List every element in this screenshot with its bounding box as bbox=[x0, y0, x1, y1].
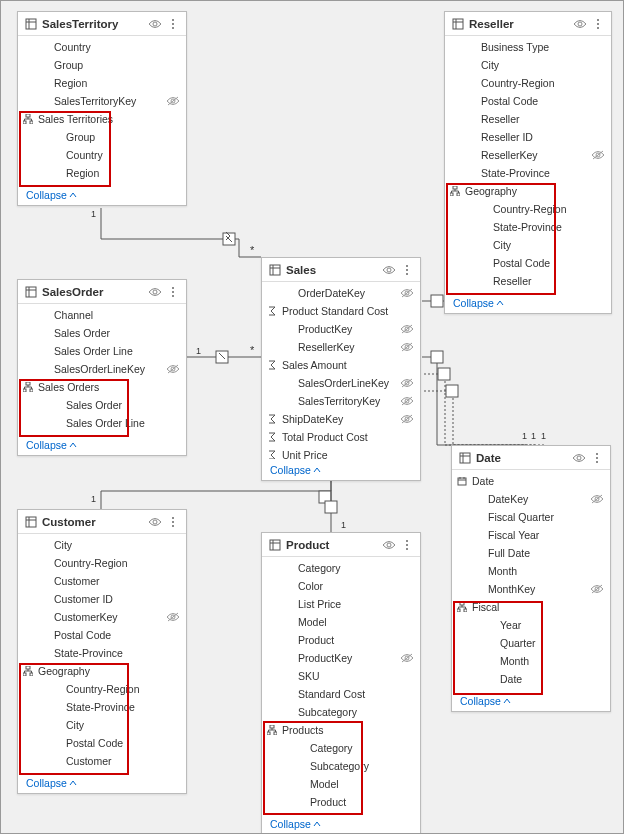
field-row[interactable]: Full Date bbox=[452, 544, 610, 562]
field-row[interactable]: Sales Amount bbox=[262, 356, 420, 374]
field-row[interactable]: Sales Order bbox=[18, 396, 186, 414]
eye-icon[interactable] bbox=[572, 451, 586, 465]
more-icon[interactable] bbox=[166, 285, 180, 299]
table-header[interactable]: Sales bbox=[262, 258, 420, 282]
table-header[interactable]: SalesTerritory bbox=[18, 12, 186, 36]
field-row[interactable]: Model bbox=[262, 613, 420, 631]
field-row[interactable]: Geography bbox=[18, 662, 186, 680]
field-row[interactable]: State-Province bbox=[445, 164, 611, 182]
field-row[interactable]: Standard Cost bbox=[262, 685, 420, 703]
field-row[interactable]: Geography bbox=[445, 182, 611, 200]
field-row[interactable]: Unit Price bbox=[262, 446, 420, 459]
field-row[interactable]: Region bbox=[18, 74, 186, 92]
field-row[interactable]: Quarter bbox=[452, 634, 610, 652]
collapse-link[interactable]: Collapse bbox=[445, 292, 611, 313]
field-row[interactable]: Product bbox=[262, 631, 420, 649]
field-row[interactable]: DateKey bbox=[452, 490, 610, 508]
field-row[interactable]: MonthKey bbox=[452, 580, 610, 598]
table-customer[interactable]: Customer CityCountry-RegionCustomerCusto… bbox=[17, 509, 187, 794]
field-row[interactable]: Region bbox=[18, 164, 186, 182]
field-row[interactable]: SalesTerritoryKey bbox=[262, 392, 420, 410]
field-row[interactable]: Postal Code bbox=[445, 254, 611, 272]
field-row[interactable]: SalesOrderLineKey bbox=[18, 360, 186, 378]
table-header[interactable]: Date bbox=[452, 446, 610, 470]
field-row[interactable]: Date bbox=[452, 670, 610, 688]
field-row[interactable]: Postal Code bbox=[18, 734, 186, 752]
collapse-link[interactable]: Collapse bbox=[262, 459, 420, 480]
more-icon[interactable] bbox=[400, 263, 414, 277]
field-row[interactable]: Category bbox=[262, 739, 420, 757]
table-header[interactable]: SalesOrder bbox=[18, 280, 186, 304]
table-reseller[interactable]: Reseller Business TypeCityCountry-Region… bbox=[444, 11, 612, 314]
collapse-link[interactable]: Collapse bbox=[18, 434, 186, 455]
eye-icon[interactable] bbox=[148, 515, 162, 529]
field-row[interactable]: Fiscal Year bbox=[452, 526, 610, 544]
field-row[interactable]: State-Province bbox=[18, 698, 186, 716]
field-row[interactable]: ShipDateKey bbox=[262, 410, 420, 428]
field-row[interactable]: City bbox=[445, 236, 611, 254]
field-row[interactable]: Date bbox=[452, 472, 610, 490]
field-row[interactable]: Group bbox=[18, 56, 186, 74]
more-icon[interactable] bbox=[591, 17, 605, 31]
field-row[interactable]: SKU bbox=[262, 667, 420, 685]
field-row[interactable]: Reseller bbox=[445, 272, 611, 290]
field-row[interactable]: Reseller bbox=[445, 110, 611, 128]
table-date[interactable]: Date DateDateKeyFiscal QuarterFiscal Yea… bbox=[451, 445, 611, 712]
field-row[interactable]: Country bbox=[18, 38, 186, 56]
field-row[interactable]: Customer bbox=[18, 752, 186, 770]
field-row[interactable]: Business Type bbox=[445, 38, 611, 56]
field-row[interactable]: SalesTerritoryKey bbox=[18, 92, 186, 110]
table-product[interactable]: Product CategoryColorList PriceModelProd… bbox=[261, 532, 421, 834]
table-sales-order[interactable]: SalesOrder ChannelSales OrderSales Order… bbox=[17, 279, 187, 456]
field-row[interactable]: Customer bbox=[18, 572, 186, 590]
field-row[interactable]: ResellerKey bbox=[262, 338, 420, 356]
field-row[interactable]: State-Province bbox=[445, 218, 611, 236]
eye-icon[interactable] bbox=[382, 263, 396, 277]
table-sales[interactable]: Sales OrderDateKeyProduct Standard CostP… bbox=[261, 257, 421, 481]
table-header[interactable]: Reseller bbox=[445, 12, 611, 36]
field-row[interactable]: SalesOrderLineKey bbox=[262, 374, 420, 392]
field-row[interactable]: Product Standard Cost bbox=[262, 302, 420, 320]
field-row[interactable]: Total Product Cost bbox=[262, 428, 420, 446]
field-row[interactable]: City bbox=[18, 716, 186, 734]
field-row[interactable]: Channel bbox=[18, 306, 186, 324]
collapse-link[interactable]: Collapse bbox=[18, 772, 186, 793]
collapse-link[interactable]: Collapse bbox=[18, 184, 186, 205]
field-row[interactable]: Sales Orders bbox=[18, 378, 186, 396]
field-row[interactable]: Model bbox=[262, 775, 420, 793]
field-row[interactable]: Fiscal bbox=[452, 598, 610, 616]
field-row[interactable]: CustomerKey bbox=[18, 608, 186, 626]
field-row[interactable]: Product bbox=[262, 793, 420, 811]
field-row[interactable]: State-Province bbox=[18, 644, 186, 662]
field-row[interactable]: Country-Region bbox=[18, 680, 186, 698]
field-row[interactable]: Country-Region bbox=[18, 554, 186, 572]
eye-icon[interactable] bbox=[148, 17, 162, 31]
field-row[interactable]: Subcategory bbox=[262, 757, 420, 775]
eye-icon[interactable] bbox=[148, 285, 162, 299]
field-row[interactable]: ProductKey bbox=[262, 320, 420, 338]
field-row[interactable]: Products bbox=[262, 721, 420, 739]
field-row[interactable]: Country-Region bbox=[445, 74, 611, 92]
field-row[interactable]: Country bbox=[18, 146, 186, 164]
field-row[interactable]: ProductKey bbox=[262, 649, 420, 667]
more-icon[interactable] bbox=[590, 451, 604, 465]
field-row[interactable]: List Price bbox=[262, 595, 420, 613]
field-row[interactable]: Postal Code bbox=[445, 92, 611, 110]
field-row[interactable]: Group bbox=[18, 128, 186, 146]
field-row[interactable]: Category bbox=[262, 559, 420, 577]
field-row[interactable]: City bbox=[445, 56, 611, 74]
collapse-link[interactable]: Collapse bbox=[452, 690, 610, 711]
field-row[interactable]: Month bbox=[452, 652, 610, 670]
collapse-link[interactable]: Collapse bbox=[262, 813, 420, 834]
field-row[interactable]: Sales Order bbox=[18, 324, 186, 342]
more-icon[interactable] bbox=[400, 538, 414, 552]
field-row[interactable]: City bbox=[18, 536, 186, 554]
eye-icon[interactable] bbox=[382, 538, 396, 552]
field-row[interactable]: Reseller ID bbox=[445, 128, 611, 146]
field-row[interactable]: Country-Region bbox=[445, 200, 611, 218]
more-icon[interactable] bbox=[166, 17, 180, 31]
field-row[interactable]: Fiscal Quarter bbox=[452, 508, 610, 526]
field-row[interactable]: Sales Order Line bbox=[18, 342, 186, 360]
field-row[interactable]: Sales Territories bbox=[18, 110, 186, 128]
field-row[interactable]: Month bbox=[452, 562, 610, 580]
